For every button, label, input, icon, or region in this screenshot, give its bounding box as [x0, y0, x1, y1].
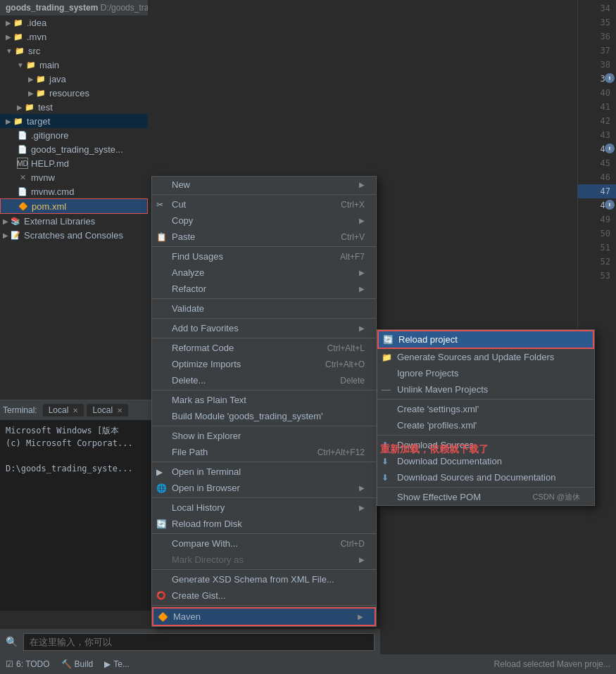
- menu-item-add-favorites[interactable]: Add to Favorites: [152, 320, 376, 336]
- submenu-item-download-all[interactable]: ⬇ Download Sources and Documentation: [377, 469, 594, 485]
- menu-item-refactor[interactable]: Refactor: [152, 281, 376, 297]
- submenu-label: Create 'settings.xml': [397, 404, 479, 414]
- line-num: 41: [578, 100, 616, 114]
- tree-item-pomxml[interactable]: 🔶 pom.xml: [0, 198, 148, 214]
- menu-item-create-gist[interactable]: ⭕ Create Gist...: [152, 587, 376, 604]
- tree-item-mvnw[interactable]: ✕ mvnw: [0, 170, 148, 184]
- download-icon: ⬇: [382, 473, 389, 483]
- menu-item-analyze[interactable]: Analyze: [152, 265, 376, 281]
- line-num: 34: [578, 1, 616, 15]
- line-num: 36: [578, 30, 616, 44]
- menu-item-new[interactable]: New: [152, 177, 376, 193]
- terminal-tab-1[interactable]: Local ✕: [43, 404, 84, 417]
- menu-item-mark-directory[interactable]: Mark Directory as: [152, 552, 376, 568]
- tree-label: src: [28, 46, 40, 56]
- submenu-item-unlink-maven[interactable]: — Unlink Maven Projects: [377, 381, 594, 398]
- menu-separator: [152, 497, 376, 498]
- menu-item-validate[interactable]: Validate: [152, 300, 376, 317]
- menu-item-local-history[interactable]: Local History: [152, 500, 376, 516]
- menu-item-find-usages[interactable]: Find Usages Alt+F7: [152, 248, 376, 265]
- menu-item-reload-disk[interactable]: 🔄 Reload from Disk: [152, 516, 376, 532]
- terminal-icon: ▶: [156, 467, 163, 477]
- collapse-arrow: ▶: [3, 217, 8, 225]
- status-item-todo[interactable]: ☑ 6: TODO: [6, 659, 50, 669]
- menu-item-mark-plain[interactable]: Mark as Plain Text: [152, 392, 376, 408]
- tree-item-java[interactable]: ▶ 📁 java: [0, 72, 148, 86]
- status-bar: ☑ 6: TODO 🔨 Build ▶ Te... Reload selecte…: [0, 654, 616, 674]
- menu-item-show-explorer[interactable]: Show in Explorer: [152, 428, 376, 444]
- tree-item-idea[interactable]: ▶ 📁 .idea: [0, 15, 148, 30]
- menu-item-reformat[interactable]: Reformat Code Ctrl+Alt+L: [152, 340, 376, 356]
- menu-item-open-browser[interactable]: 🌐 Open in Browser: [152, 480, 376, 496]
- file-icon: 📄: [17, 129, 28, 141]
- terminal-label: Te...: [113, 659, 130, 669]
- search-bar: 🔍: [0, 629, 380, 654]
- line-num: 46: [578, 170, 616, 184]
- shortcut: Ctrl+Alt+L: [327, 343, 365, 353]
- folder-icon: 📁: [13, 31, 24, 42]
- tree-item-helpmd[interactable]: MD HELP.md: [0, 156, 148, 170]
- tree-item-gitignore[interactable]: 📄 .gitignore: [0, 128, 148, 142]
- search-icon: 🔍: [6, 636, 18, 647]
- tree-label: goods_trading_syste...: [31, 144, 123, 155]
- todo-label: 6: TODO: [16, 659, 50, 669]
- menu-item-copy[interactable]: Copy: [152, 212, 376, 229]
- status-item-terminal[interactable]: ▶ Te...: [104, 659, 130, 669]
- menu-item-file-path[interactable]: File Path Ctrl+Alt+F12: [152, 444, 376, 460]
- tree-item-external-libs[interactable]: ▶ 📚 External Libraries: [0, 214, 148, 228]
- line-num: 40: [578, 86, 616, 100]
- line-num: 35: [578, 15, 616, 30]
- tree-item-main[interactable]: ▼ 📁 main: [0, 58, 148, 72]
- submenu-item-generate-sources[interactable]: 📁 Generate Sources and Update Folders: [377, 349, 594, 365]
- tree-item-goods-main[interactable]: 📄 goods_trading_syste...: [0, 142, 148, 156]
- tree-label: .mvn: [27, 32, 46, 42]
- tree-label: mvnw.cmd: [31, 186, 74, 197]
- menu-item-generate-xsd[interactable]: Generate XSD Schema from XML File...: [152, 571, 376, 587]
- terminal-tab-2[interactable]: Local ✕: [87, 404, 128, 417]
- library-icon: 📚: [10, 215, 21, 227]
- menu-item-open-terminal[interactable]: ▶ Open in Terminal: [152, 464, 376, 480]
- submenu-item-create-profiles[interactable]: Create 'profiles.xml': [377, 417, 594, 433]
- menu-item-compare-with[interactable]: Compare With... Ctrl+D: [152, 535, 376, 552]
- search-input[interactable]: [23, 633, 375, 651]
- tree-label: resources: [49, 88, 89, 98]
- submenu-item-show-pom[interactable]: Show Effective POM CSDN @迪休: [377, 489, 594, 505]
- menu-item-delete[interactable]: Delete... Delete: [152, 372, 376, 388]
- tree-label: HELP.md: [31, 158, 69, 169]
- menu-label: Validate: [172, 303, 204, 314]
- menu-separator: [152, 426, 376, 426]
- collapse-arrow: ▶: [28, 75, 34, 83]
- menu-item-cut[interactable]: ✂ Cut Ctrl+X: [152, 196, 376, 212]
- folder-icon: 📁: [13, 115, 24, 127]
- menu-item-build-module[interactable]: Build Module 'goods_trading_system': [152, 408, 376, 424]
- tree-item-target[interactable]: ▶ 📁 target: [0, 114, 148, 128]
- tree-item-mvnwcmd[interactable]: 📄 mvnw.cmd: [0, 184, 148, 198]
- submenu-separator: [377, 435, 594, 435]
- paste-icon: 📋: [156, 232, 167, 242]
- menu-item-optimize[interactable]: Optimize Imports Ctrl+Alt+O: [152, 356, 376, 372]
- tab-close[interactable]: ✕: [117, 407, 122, 414]
- menu-item-paste[interactable]: 📋 Paste Ctrl+V: [152, 229, 376, 245]
- tree-item-resources[interactable]: ▶ 📁 resources: [0, 86, 148, 100]
- tree-item-test[interactable]: ▶ 📁 test: [0, 100, 148, 114]
- menu-item-maven[interactable]: 🔶 Maven: [152, 607, 376, 626]
- menu-separator: [152, 298, 376, 299]
- tree-label: java: [49, 74, 66, 84]
- tab-close[interactable]: ✕: [73, 407, 78, 414]
- submenu-label: Unlink Maven Projects: [397, 384, 488, 395]
- tree-item-mvn[interactable]: ▶ 📁 .mvn: [0, 30, 148, 44]
- menu-separator: [152, 194, 376, 195]
- submenu-item-ignore-projects[interactable]: Ignore Projects: [377, 365, 594, 381]
- line-num: 39⬆: [578, 72, 616, 86]
- submenu-item-reload-project[interactable]: 🔄 Reload project: [377, 330, 594, 349]
- tree-item-src[interactable]: ▼ 📁 src: [0, 44, 148, 58]
- tree-item-scratches[interactable]: ▶ 📝 Scratches and Consoles: [0, 228, 148, 242]
- csdn-watermark: CSDN @迪休: [533, 492, 580, 502]
- menu-label: Mark as Plain Text: [172, 395, 246, 405]
- shortcut: Ctrl+X: [341, 200, 365, 210]
- status-item-build[interactable]: 🔨 Build: [61, 659, 94, 669]
- gist-icon: ⭕: [156, 591, 166, 600]
- submenu-item-create-settings[interactable]: Create 'settings.xml': [377, 401, 594, 417]
- menu-separator: [152, 318, 376, 319]
- line-num: 38: [578, 58, 616, 72]
